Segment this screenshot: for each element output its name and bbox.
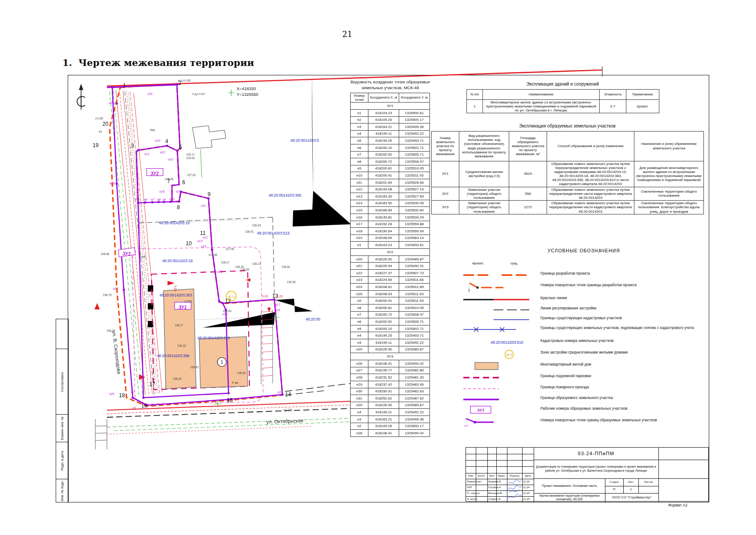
map-label: н.д.ст.114 <box>192 92 205 96</box>
table-row: н23418224.551325511.66 <box>351 276 430 284</box>
map-label: 6 <box>182 179 185 185</box>
par-h1: Вид разрешенного использования, код (чис… <box>459 131 509 161</box>
map-label: 9 <box>208 191 211 198</box>
map-label: 1 <box>123 82 126 89</box>
bld-h2: Этажность <box>600 89 626 99</box>
table-row: н4418199.111325492.22 <box>351 409 430 416</box>
map-label: 108.50 <box>237 371 246 374</box>
coords-section: ЗУ1 <box>351 103 430 110</box>
table-row: н13418183.301325527.69 <box>351 193 430 200</box>
map-label: 48:20:0014203:18 <box>162 259 193 263</box>
sheet-label: Лист <box>623 478 638 486</box>
legend: УСЛОВНЫЕ ОБОЗНАЧЕНИЯ проект. сущ. Границ… <box>462 248 705 253</box>
legend-col-existing: сущ. <box>511 261 518 265</box>
project-code: 93-24-ППиПМ <box>534 448 658 460</box>
table-row: н26418108.411325490.42 <box>351 430 430 437</box>
map-label: н13 <box>197 239 203 243</box>
map-label: н10 <box>169 198 175 201</box>
table-row: н12418193.081325527.14 <box>351 186 430 193</box>
bld-h3: Примечание <box>626 89 659 99</box>
map-label: 16 <box>141 403 147 409</box>
map-label: 17 <box>149 381 155 387</box>
stage-value: П <box>605 486 623 493</box>
map-label: 108.69 <box>173 377 182 380</box>
cyan-utility-lines <box>107 94 209 206</box>
map-label: Y=1325550 <box>237 92 258 97</box>
map-label: 108.54 <box>241 268 249 271</box>
map-label: н1 <box>133 406 136 409</box>
apartment-building-symbol <box>462 361 538 371</box>
map-label: 107.63 <box>187 173 196 177</box>
coordinates-table: Ведомость координат точек образуемых зем… <box>350 79 430 437</box>
signer-cell: 11.24 <box>522 496 534 502</box>
legend-title: УСЛОВНЫЕ ОБОЗНАЧЕНИЯ <box>462 248 705 253</box>
strip-label: Инв. № подл. <box>60 480 64 501</box>
map-label: н8 <box>157 198 161 201</box>
map-label: 48:20:00 <box>306 317 320 321</box>
zone-badge-label: Ж-3 <box>228 295 235 299</box>
map-label: н27 <box>113 287 119 290</box>
map-label: н6 <box>144 198 147 201</box>
map-label: КУ <box>99 130 103 133</box>
map-label: н17 <box>275 303 281 306</box>
existing-cadastral-symbol <box>462 315 538 325</box>
buildings-table: Экспликация зданий и сооружений N п/п На… <box>466 81 659 113</box>
map-label: н.д.ст.146 <box>178 79 191 82</box>
map-label: 107.98 <box>208 253 217 256</box>
col-x: Координата X, м <box>368 93 399 102</box>
cadastral-number-symbol: 48:20:0014203:610 <box>462 337 538 347</box>
map-label: 108.86 <box>101 252 110 255</box>
building-number: 1 <box>221 359 223 365</box>
red-lines-symbol <box>462 295 538 305</box>
map-label: 108.74 <box>106 329 115 332</box>
map-label: н25 <box>159 190 165 193</box>
signature-icon <box>507 479 522 502</box>
map-label: 108.44 <box>223 309 232 313</box>
parcels-table-title: Экспликация образуемых земельных участко… <box>431 123 703 129</box>
map-label: 8 <box>177 204 180 210</box>
table-row: н22418227.371325507.73 <box>351 270 430 277</box>
map-label: н19 <box>278 391 283 394</box>
map-label: 107.96 <box>225 247 234 251</box>
table-row: н2418109.261325500.17 <box>351 423 430 430</box>
parcels-table: Экспликация образуемых земельных участко… <box>431 123 703 214</box>
tb-col: Лист <box>487 473 496 479</box>
map-label: 18 <box>119 392 125 399</box>
map-label: 109.00 <box>186 156 195 160</box>
map-label: н31 <box>147 92 153 95</box>
map-label: 5.00 <box>262 295 268 298</box>
table-row: н20418225.901325489.87 <box>351 255 430 263</box>
table-row: н24418208.611325512.89 <box>351 284 430 291</box>
map-label: 14 <box>285 391 291 398</box>
table-row: н3418163.211325495.36 <box>351 123 430 131</box>
map-label: 20 <box>102 121 109 127</box>
parcel-number-label: ЗУ3 <box>123 251 131 256</box>
map-label: н24 <box>176 190 181 193</box>
svg-text:3: 3 <box>468 288 470 292</box>
map-label: 5 <box>179 144 182 150</box>
site-plan-map: X=418250Y=132555048:20:0014203:548:20:00… <box>68 75 351 501</box>
table-row: н7418200.721325508.47 <box>351 311 430 318</box>
map-label: 108.60 <box>282 265 290 268</box>
coords-section: ЗУ2 <box>351 248 430 255</box>
table-row: н25418208.531325511.53 <box>351 290 430 297</box>
north-arrow-icon <box>77 84 85 110</box>
par-h4: Назначение и (или) обременение земельног… <box>634 131 704 161</box>
sheets-label: Листов <box>638 478 658 486</box>
table-row: н9418200.911325511.93 <box>351 297 430 305</box>
map-label: н28 <box>110 182 115 185</box>
map-label: ст.500 <box>184 300 192 303</box>
table-row: н18418150.641325559.99 <box>351 228 430 235</box>
table-row: н17418152.281325559.88 <box>351 221 430 228</box>
map-label: н15 <box>217 270 222 273</box>
par-h3: Способ образования и (или) изменения <box>547 131 634 161</box>
tb-col: Дата <box>522 473 534 479</box>
map-label: 108.17 <box>175 324 184 327</box>
signer-cell: Н. контр. <box>466 496 487 502</box>
table-row: н5418199.251325493.71 <box>351 137 430 144</box>
table-row: н10418200.911325511.93 <box>351 172 430 179</box>
formed-parcel-boundary-symbol <box>462 395 538 404</box>
table-row: н9418200.811325510.05 <box>351 165 430 172</box>
map-label: 11 <box>200 230 206 236</box>
stage-label: Стадия <box>605 478 623 486</box>
